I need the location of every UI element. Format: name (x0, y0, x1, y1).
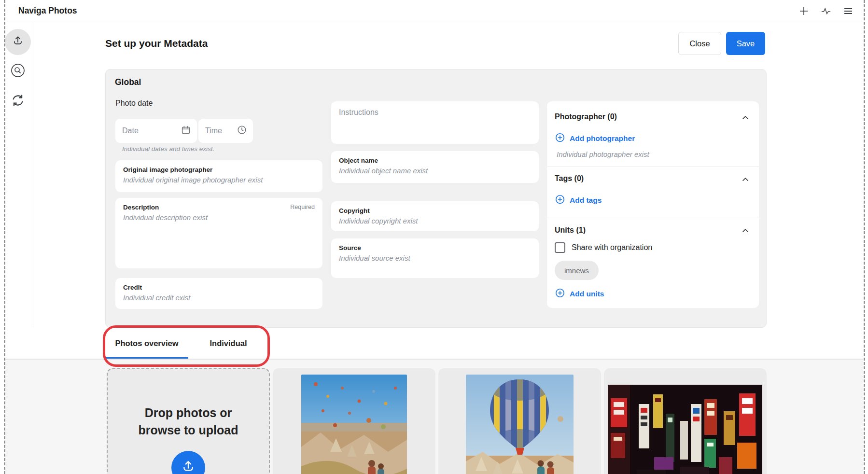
photo-date-label: Photo date (115, 99, 153, 108)
photo-thumbnail-balloon-closeup (466, 375, 574, 474)
time-input[interactable] (205, 126, 237, 135)
copyright-field[interactable]: Copyright Individual copyright exist (331, 201, 539, 231)
share-with-organization-row[interactable]: Share with organization (555, 242, 652, 253)
add-circle-icon (555, 288, 565, 300)
activity-icon[interactable] (821, 6, 831, 16)
photo-card[interactable] (604, 368, 767, 474)
original-photographer-label: Original image photographer (123, 166, 315, 173)
left-toolbar (5, 23, 33, 360)
description-placeholder: Individual description exist (123, 213, 315, 222)
browse-upload-button[interactable] (171, 451, 205, 474)
sidebar-item-upload[interactable] (5, 29, 31, 55)
tab-photos-overview[interactable]: Photos overview (105, 328, 188, 359)
credit-placeholder: Individual credit exist (123, 293, 315, 302)
top-bar: Naviga Photos (5, 0, 863, 22)
photo-date-helper: Individual dates and times exist. (122, 145, 214, 153)
date-input[interactable] (122, 126, 181, 135)
sidebar-item-search[interactable] (10, 64, 26, 79)
share-with-organization-checkbox[interactable] (555, 242, 565, 253)
copyright-placeholder: Individual copyright exist (339, 217, 531, 225)
drop-photos-text: Drop photos or browse to upload (108, 404, 269, 439)
screenshot-dashed-border-left (4, 0, 5, 474)
add-photographer-button[interactable]: Add photographer (555, 132, 635, 145)
source-field[interactable]: Source Individual source exist (331, 238, 539, 278)
page-title: Set up your Metadata (105, 38, 208, 49)
chevron-up-icon[interactable] (740, 225, 751, 237)
credit-label: Credit (123, 284, 315, 291)
original-photographer-field[interactable]: Original image photographer Individual o… (115, 160, 322, 192)
topbar-icons (798, 6, 863, 16)
photographer-section-title: Photographer (0) (555, 112, 617, 121)
active-tab-underline (105, 357, 188, 359)
object-name-label: Object name (339, 157, 531, 164)
date-field[interactable] (115, 119, 197, 143)
tab-bar: Photos overview Individual (5, 328, 863, 360)
add-units-button[interactable]: Add units (555, 288, 604, 300)
object-name-field[interactable]: Object name Individual object name exist (331, 151, 539, 183)
photographer-helper: Individual photographer exist (557, 150, 649, 158)
add-tags-button[interactable]: Add tags (555, 194, 602, 207)
menu-icon[interactable] (843, 6, 854, 16)
upload-icon (12, 35, 24, 49)
units-section-title: Units (1) (555, 226, 586, 235)
add-units-label: Add units (570, 290, 604, 298)
instructions-input[interactable] (331, 101, 539, 144)
share-with-organization-label: Share with organization (572, 243, 652, 252)
metadata-sidebar-card: Photographer (0) Add photographer Indivi… (547, 101, 759, 308)
screenshot-dashed-border-right (864, 0, 865, 474)
calendar-icon (181, 125, 191, 137)
chevron-up-icon[interactable] (740, 174, 751, 185)
description-label: Description (123, 204, 159, 211)
tags-section-title: Tags (0) (555, 174, 584, 183)
section-divider (547, 166, 759, 167)
time-field[interactable] (198, 119, 253, 143)
add-tags-label: Add tags (570, 196, 602, 205)
credit-field[interactable]: Credit Individual credit exist (115, 278, 322, 309)
source-placeholder: Individual source exist (339, 254, 531, 262)
instructions-field[interactable] (331, 101, 539, 144)
description-field[interactable]: Description Required Individual descript… (115, 198, 322, 268)
sidebar-item-sync[interactable] (10, 94, 26, 109)
object-name-placeholder: Individual object name exist (339, 167, 531, 175)
required-badge: Required (290, 204, 315, 210)
unit-chip[interactable]: imnews (555, 261, 599, 280)
photo-thumbnail-balloons-vista (301, 375, 407, 474)
clock-icon (237, 125, 247, 137)
search-icon (10, 63, 26, 80)
upload-icon (181, 459, 196, 474)
photo-thumbnail-tokyo-street (608, 385, 762, 474)
chevron-up-icon[interactable] (740, 112, 751, 124)
copyright-label: Copyright (339, 207, 531, 214)
drop-photos-zone[interactable]: Drop photos or browse to upload (107, 368, 270, 474)
app-title: Naviga Photos (18, 6, 77, 16)
photo-card[interactable] (273, 368, 435, 474)
photo-card[interactable] (438, 368, 601, 474)
naviga-photos-window: Naviga Photos (0, 0, 868, 474)
add-circle-icon (555, 132, 565, 145)
sync-icon (11, 93, 25, 110)
source-label: Source (339, 244, 531, 251)
tab-individual[interactable]: Individual (197, 328, 260, 359)
close-button[interactable]: Close (678, 32, 721, 55)
plus-icon[interactable] (798, 6, 809, 16)
global-section-title: Global (115, 77, 141, 87)
photos-overview-strip: Drop photos or browse to upload (5, 360, 863, 474)
section-divider (547, 218, 759, 218)
original-photographer-placeholder: Individual original image photographer e… (123, 176, 315, 184)
global-metadata-card: Global Photo date Individual dates and t… (105, 69, 767, 328)
add-circle-icon (555, 194, 565, 207)
save-button[interactable]: Save (726, 32, 765, 55)
add-photographer-label: Add photographer (570, 134, 635, 143)
